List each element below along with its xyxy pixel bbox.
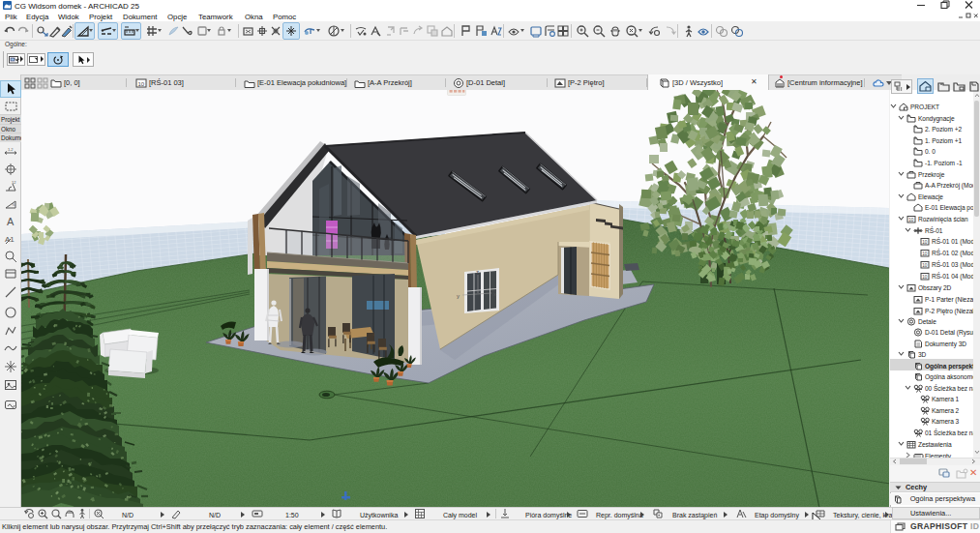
svg-text:10: 10 bbox=[922, 274, 928, 279]
svg-text:10: 10 bbox=[908, 218, 914, 222]
svg-text:1.2: 1.2 bbox=[8, 147, 14, 152]
svg-text:x: x bbox=[493, 291, 496, 297]
svg-text:10: 10 bbox=[922, 240, 928, 245]
svg-text:10: 10 bbox=[922, 252, 928, 256]
svg-text:%: % bbox=[12, 202, 15, 207]
svg-text:12: 12 bbox=[12, 180, 16, 185]
svg-text:A: A bbox=[7, 216, 15, 227]
svg-text:y: y bbox=[457, 293, 460, 299]
svg-text:10: 10 bbox=[922, 263, 928, 268]
svg-text:z: z bbox=[476, 269, 479, 275]
svg-text:10: 10 bbox=[137, 81, 144, 87]
